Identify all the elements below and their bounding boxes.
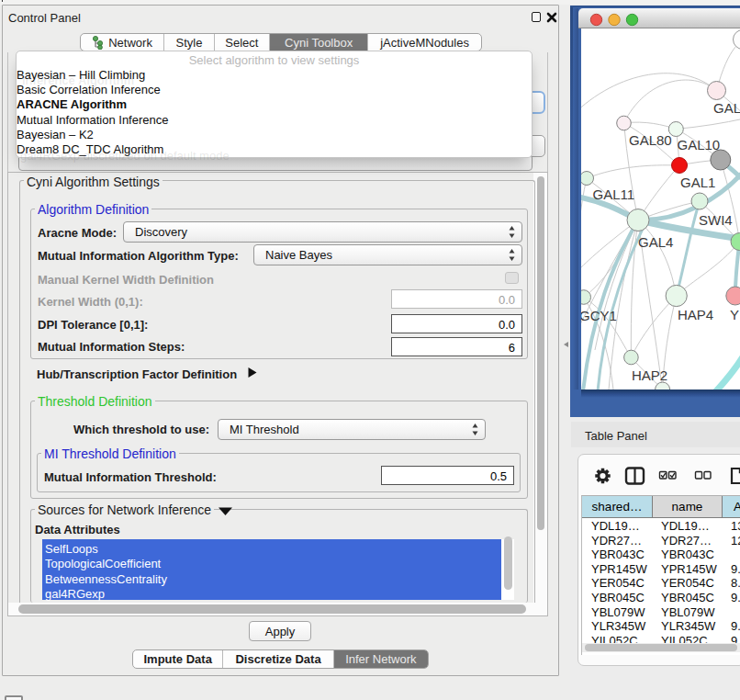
svg-text:GAL1: GAL1 <box>680 175 715 190</box>
svg-text:GAL10: GAL10 <box>678 137 721 152</box>
svg-text:Y: Y <box>730 307 739 322</box>
svg-text:GAL2: GAL2 <box>713 100 740 116</box>
svg-text:GAL80: GAL80 <box>629 132 672 148</box>
svg-text:SWI4: SWI4 <box>699 212 733 228</box>
svg-text:HAP2: HAP2 <box>632 367 667 383</box>
svg-text:GCY1: GCY1 <box>581 308 617 323</box>
svg-text:GAL11: GAL11 <box>593 186 635 202</box>
svg-text:HAP4: HAP4 <box>678 307 713 322</box>
svg-text:GAL4: GAL4 <box>638 234 673 250</box>
